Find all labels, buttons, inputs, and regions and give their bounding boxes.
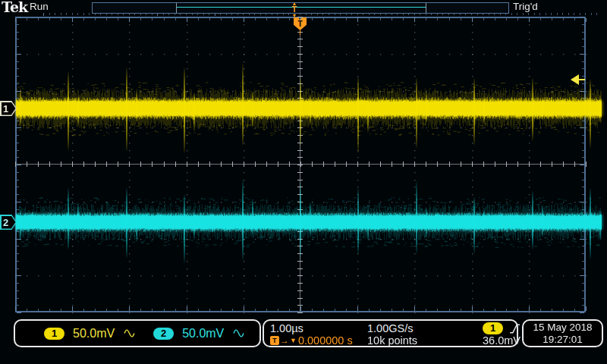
acquisition-status: Run: [30, 1, 49, 12]
trigger-level-arrow-icon: [571, 74, 585, 85]
channel2-badge: 2: [153, 328, 174, 340]
timebase-scale: 1.00µs: [270, 322, 367, 334]
triangle-down-icon: ▼: [290, 337, 297, 344]
channel1-ground-marker: 1: [0, 101, 17, 116]
trigger-position-readout: T → ▼ 0.000000 s: [270, 334, 367, 347]
datetime-box: 15 May 2018 19:27:01: [522, 319, 603, 347]
caret-down-icon: ▼: [292, 13, 297, 18]
ac-coupling-icon: [233, 329, 244, 337]
horizontal-trigger-readout-box: 1.00µs 1.00GS/s 1 T → ▼ 0.000000 s 10k p…: [263, 319, 518, 347]
channel1-scale: 50.0mV: [73, 327, 115, 340]
record-view-bar: ▲ T ▼: [92, 2, 509, 14]
trigger-position-stem: [300, 30, 300, 35]
record-bracket-left-icon: [176, 3, 177, 13]
graticule-and-waveform-canvas: [0, 0, 607, 364]
trigger-t-icon: T: [270, 336, 279, 345]
trigger-status: Trig'd: [513, 1, 538, 12]
tek-logo: Tek: [2, 0, 27, 15]
ac-coupling-icon: [124, 329, 135, 337]
oscilloscope-screen: Tek Run Trig'd ▲ T ▼ T 1 2 1 50.0mV: [0, 0, 607, 364]
record-bracket-right-icon: [426, 3, 426, 13]
trigger-level: 36.0mV: [483, 334, 521, 347]
record-window-line: [177, 7, 426, 8]
channel-readout-box: 1 50.0mV 2 50.0mV: [14, 319, 261, 347]
channel2-scale: 50.0mV: [182, 327, 224, 340]
sample-rate: 1.00GS/s: [367, 322, 483, 334]
arrow-right-icon: →: [280, 336, 289, 345]
record-trigger-position-icon: ▲ T ▼: [288, 1, 300, 18]
channel1-badge: 1: [44, 328, 64, 340]
date-label: 15 May 2018: [533, 322, 592, 334]
time-label: 19:27:01: [543, 334, 583, 346]
channel2-ground-marker: 2: [0, 215, 17, 230]
rising-edge-icon: [509, 323, 521, 334]
trigger-source-badge: 1: [483, 322, 503, 334]
record-length: 10k points: [367, 334, 483, 347]
